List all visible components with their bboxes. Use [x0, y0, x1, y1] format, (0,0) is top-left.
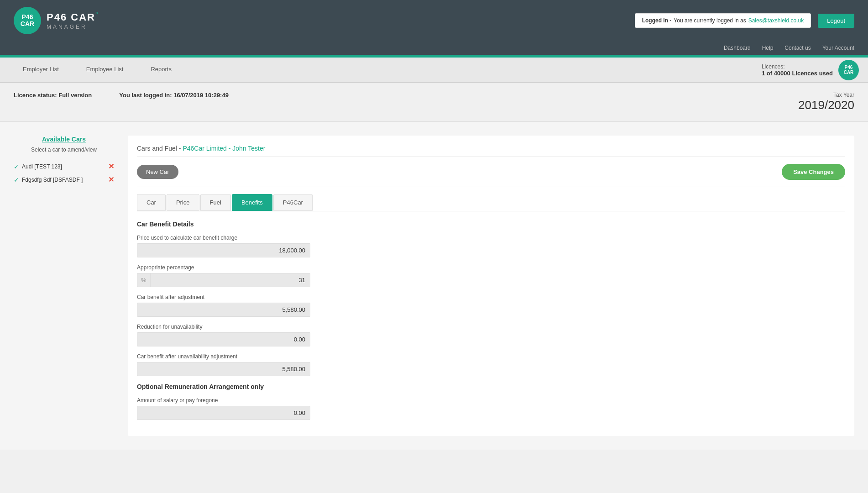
p46-badge: P46 CAR [838, 60, 859, 80]
nav-account[interactable]: Your Account [822, 45, 854, 51]
logo-line2: CAR [21, 21, 34, 27]
form-group-appropriate-pct: Appropriate percentage % [137, 264, 845, 287]
optional-title: Optional Remuneration Arrangement only [137, 383, 845, 390]
form-group-benefit-unavail: Car benefit after unavailability adjustm… [137, 353, 845, 376]
logout-button[interactable]: Logout [818, 14, 854, 28]
form-group-salary-foregone: Amount of salary or pay foregone [137, 397, 845, 420]
sub-tabs: Car Price Fuel Benefits P46Car [137, 194, 845, 211]
tab-employer-list[interactable]: Employer List [9, 58, 73, 82]
header: P46 CAR P46 CAR° MANAGER Logged In - You… [0, 0, 868, 41]
tab-reports[interactable]: Reports [137, 58, 185, 82]
brand-sub: MANAGER [47, 24, 99, 30]
delete-car-2[interactable]: ✕ [108, 175, 114, 184]
nav-help[interactable]: Help [762, 45, 774, 51]
logo-area: P46 CAR P46 CAR° MANAGER [14, 7, 99, 34]
sub-tab-price[interactable]: Price [167, 194, 199, 211]
pct-wrapper: % [137, 273, 310, 287]
info-bar: Licence status: Full version You last lo… [0, 83, 868, 122]
licences-count: 1 of 40000 Licences used [762, 70, 833, 77]
input-reduction[interactable] [137, 332, 310, 346]
list-item: ✓ Audi [TEST 123] ✕ [14, 160, 114, 173]
sub-tab-fuel[interactable]: Fuel [200, 194, 231, 211]
input-appropriate-pct[interactable] [151, 273, 310, 287]
select-hint: Select a car to amend/view [14, 147, 114, 153]
licences-area: Licences: 1 of 40000 Licences used P46 C… [762, 60, 859, 80]
logo-line1: P46 [22, 14, 33, 21]
tax-year-value: 2019/2020 [798, 98, 854, 112]
main-content: Available Cars Select a car to amend/vie… [0, 122, 868, 450]
last-login-value: 16/07/2019 10:29:49 [173, 92, 229, 99]
logo-circle: P46 CAR [14, 7, 41, 34]
car-name-1[interactable]: ✓ Audi [TEST 123] [14, 163, 62, 170]
nav-contact[interactable]: Contact us [784, 45, 810, 51]
cars-fuel-link[interactable]: P46Car Limited - John Tester [183, 145, 265, 152]
licence-status-label: Licence status: [14, 92, 57, 99]
licence-status: Licence status: Full version [14, 92, 92, 99]
new-car-button[interactable]: New Car [137, 165, 178, 179]
form-group-reduction: Reduction for unavailability [137, 324, 845, 346]
list-item: ✓ Fdgsdfg Sdf [DSFASDF ] ✕ [14, 173, 114, 186]
last-login-label: You last logged in: [119, 92, 172, 99]
car-list: ✓ Audi [TEST 123] ✕ ✓ Fdgsdfg Sdf [DSFAS… [14, 160, 114, 186]
licence-status-value: Full version [58, 92, 92, 99]
badge-line2: CAR [844, 70, 854, 75]
tab-employee-list[interactable]: Employee List [73, 58, 137, 82]
label-appropriate-pct: Appropriate percentage [137, 264, 845, 271]
car-label-1: Audi [TEST 123] [22, 163, 62, 170]
form-group-price-calc: Price used to calculate car benefit char… [137, 235, 845, 257]
sub-tab-p46car[interactable]: P46Car [273, 194, 313, 211]
label-benefit-unavail: Car benefit after unavailability adjustm… [137, 353, 845, 360]
brand-text: P46 CAR° MANAGER [47, 11, 99, 30]
tabs-bar: Employer List Employee List Reports Lice… [0, 58, 868, 83]
logged-label: Logged In - [642, 17, 672, 24]
input-benefit-unavail[interactable] [137, 362, 310, 376]
sub-tab-car[interactable]: Car [137, 194, 166, 211]
section-title: Car Benefit Details [137, 220, 845, 228]
login-text: You are currently logged in as [674, 17, 746, 24]
licences-info: Licences: 1 of 40000 Licences used [762, 63, 833, 77]
label-price-calc: Price used to calculate car benefit char… [137, 235, 845, 241]
label-salary-foregone: Amount of salary or pay foregone [137, 397, 845, 404]
car-name-2[interactable]: ✓ Fdgsdfg Sdf [DSFASDF ] [14, 176, 83, 184]
licences-label: Licences: [762, 63, 833, 70]
action-bar: New Car Save Changes [137, 164, 845, 187]
nav-dashboard[interactable]: Dashboard [724, 45, 751, 51]
input-price-calc[interactable] [137, 243, 310, 257]
cars-fuel-prefix: Cars and Fuel - [137, 145, 183, 152]
delete-car-1[interactable]: ✕ [108, 162, 114, 171]
brand-name: P46 CAR° [47, 11, 99, 23]
tax-year: Tax Year 2019/2020 [798, 92, 854, 112]
left-panel: Available Cars Select a car to amend/vie… [14, 136, 114, 436]
sub-tab-benefits[interactable]: Benefits [232, 194, 272, 211]
last-login: You last logged in: 16/07/2019 10:29:49 [119, 92, 229, 99]
input-salary-foregone[interactable] [137, 406, 310, 420]
user-email: Sales@taxshield.co.uk [748, 17, 804, 24]
check-icon-2: ✓ [14, 176, 19, 184]
cars-fuel-header: Cars and Fuel - P46Car Limited - John Te… [137, 145, 845, 157]
form-group-benefit-after-adj: Car benefit after adjustment [137, 294, 845, 317]
car-label-2: Fdgsdfg Sdf [DSFASDF ] [22, 177, 83, 183]
label-benefit-after-adj: Car benefit after adjustment [137, 294, 845, 300]
badge-line1: P46 [845, 65, 853, 70]
tax-year-label: Tax Year [798, 92, 854, 98]
login-box: Logged In - You are currently logged in … [635, 13, 811, 28]
input-benefit-after-adj[interactable] [137, 303, 310, 317]
label-reduction: Reduction for unavailability [137, 324, 845, 330]
check-icon-1: ✓ [14, 163, 19, 170]
right-panel: Cars and Fuel - P46Car Limited - John Te… [128, 136, 854, 436]
nav-links: Dashboard Help Contact us Your Account [0, 41, 868, 55]
available-cars-title[interactable]: Available Cars [14, 136, 114, 143]
save-changes-button[interactable]: Save Changes [782, 164, 845, 180]
pct-prefix: % [137, 273, 151, 287]
header-right: Logged In - You are currently logged in … [635, 13, 854, 28]
